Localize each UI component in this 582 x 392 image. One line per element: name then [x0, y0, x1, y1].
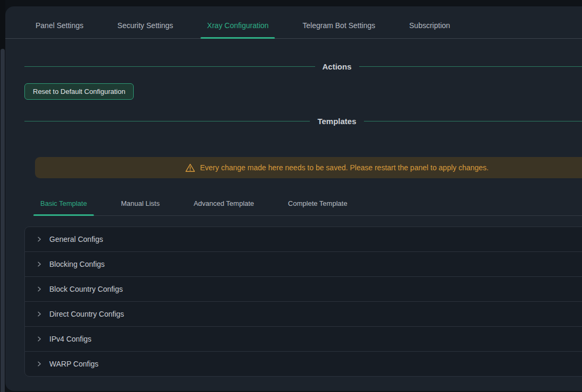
tab-panel-settings[interactable]: Panel Settings: [29, 21, 90, 38]
collapse-label: Direct Country Configs: [49, 310, 124, 318]
templates-divider: Templates: [24, 117, 582, 126]
collapse-label: WARP Configs: [49, 360, 99, 368]
tab-telegram-bot-settings[interactable]: Telegram Bot Settings: [296, 21, 381, 38]
actions-divider: Actions: [24, 62, 582, 71]
ipv4-configs-header[interactable]: IPv4 Configs: [25, 327, 582, 351]
collapse-item-general-configs: General Configs: [25, 227, 582, 251]
tab-manual-lists[interactable]: Manual Lists: [114, 199, 167, 215]
chevron-right-icon: [36, 261, 42, 267]
left-scrollbar-thumb[interactable]: [1, 49, 5, 392]
warning-triangle-icon: [185, 163, 195, 173]
tab-subscription[interactable]: Subscription: [403, 21, 456, 38]
collapse-item-direct-country-configs: Direct Country Configs: [25, 301, 582, 326]
tab-xray-configuration[interactable]: Xray Configuration: [201, 21, 275, 38]
collapse-label: Block Country Configs: [49, 285, 123, 293]
chevron-right-icon: [36, 311, 42, 317]
chevron-right-icon: [36, 286, 42, 292]
template-tabbar: Basic Template Manual Lists Advanced Tem…: [33, 199, 582, 216]
collapse-label: Blocking Configs: [49, 260, 105, 268]
settings-panel: Panel Settings Security Settings Xray Co…: [5, 6, 582, 391]
tab-basic-template[interactable]: Basic Template: [33, 199, 94, 215]
blocking-configs-header[interactable]: Blocking Configs: [25, 252, 582, 276]
warp-configs-header[interactable]: WARP Configs: [25, 352, 582, 376]
collapse-item-ipv4-configs: IPv4 Configs: [25, 326, 582, 351]
tab-complete-template[interactable]: Complete Template: [281, 199, 354, 215]
general-configs-header[interactable]: General Configs: [25, 227, 582, 251]
collapse-item-warp-configs: WARP Configs: [25, 351, 582, 376]
reset-to-default-button[interactable]: Reset to Default Configuration: [24, 83, 134, 100]
collapse-item-blocking-configs: Blocking Configs: [25, 251, 582, 276]
collapse-item-block-country-configs: Block Country Configs: [25, 276, 582, 301]
collapse-label: IPv4 Configs: [49, 335, 91, 343]
block-country-configs-header[interactable]: Block Country Configs: [25, 277, 582, 301]
warning-text: Every change made here needs to be saved…: [200, 163, 489, 172]
chevron-right-icon: [36, 361, 42, 367]
templates-divider-title: Templates: [310, 117, 363, 126]
tab-security-settings[interactable]: Security Settings: [111, 21, 179, 38]
actions-divider-title: Actions: [315, 62, 359, 71]
left-scrollbar-track: [0, 0, 5, 392]
direct-country-configs-header[interactable]: Direct Country Configs: [25, 302, 582, 326]
collapse-label: General Configs: [49, 235, 103, 243]
settings-tabbar: Panel Settings Security Settings Xray Co…: [5, 6, 582, 39]
chevron-right-icon: [36, 236, 42, 242]
config-collapse-list: General Configs Blocking Configs Block C…: [24, 227, 582, 377]
restart-warning-banner: Every change made here needs to be saved…: [35, 157, 582, 178]
chevron-right-icon: [36, 336, 42, 342]
tab-advanced-template[interactable]: Advanced Template: [187, 199, 261, 215]
